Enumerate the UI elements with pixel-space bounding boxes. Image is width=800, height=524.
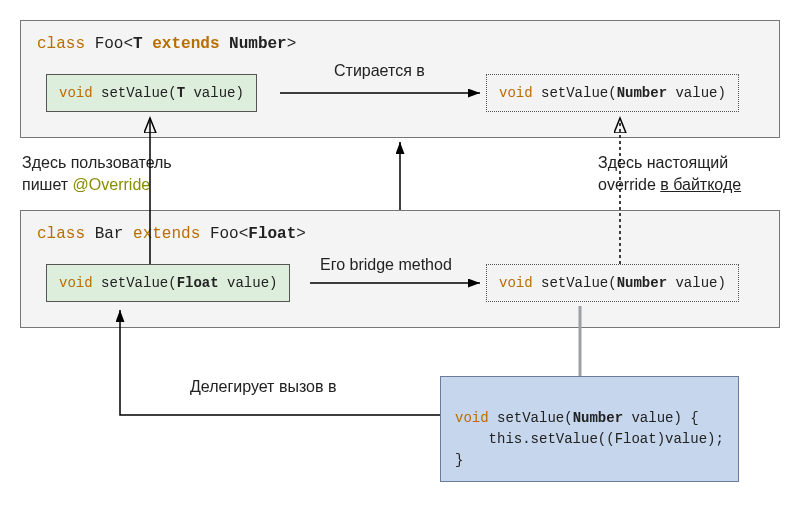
- bridge-body-box: void setValue(Number value) { this.setVa…: [440, 376, 739, 482]
- bar-method-erased: void setValue(Number value): [486, 264, 739, 302]
- label-delegates: Делегирует вызов в: [190, 376, 336, 398]
- label-real-override: Здесь настоящий override в байткоде: [598, 152, 788, 195]
- label-bridge-method: Его bridge method: [320, 254, 452, 276]
- class-bar-decl: class Bar extends Foo<Float>: [35, 221, 765, 255]
- bar-method-source: void setValue(Float value): [46, 264, 290, 302]
- label-erased-in: Стирается в: [334, 60, 425, 82]
- foo-method-source: void setValue(T value): [46, 74, 257, 112]
- foo-method-erased: void setValue(Number value): [486, 74, 739, 112]
- label-user-override: Здесь пользователь пишет @Override: [22, 152, 212, 195]
